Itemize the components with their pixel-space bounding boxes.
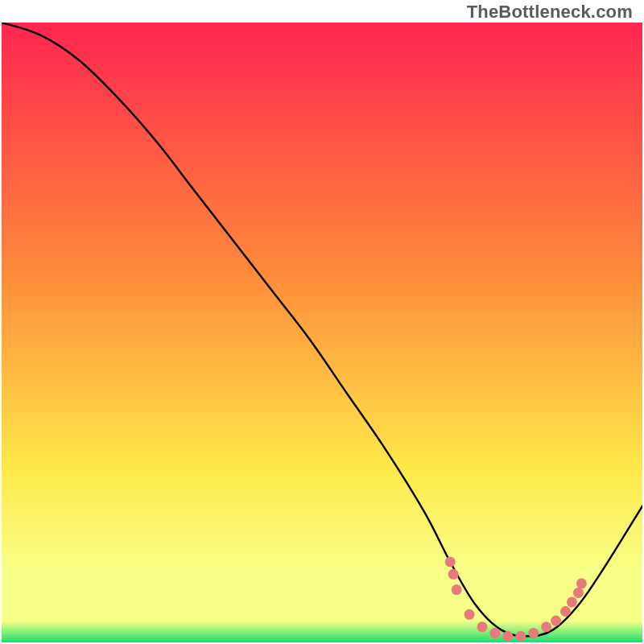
salmon-dot	[576, 578, 587, 588]
chart-svg	[2, 23, 642, 642]
plot-area	[2, 23, 642, 642]
salmon-dot	[560, 606, 571, 617]
watermark-text: TheBottleneck.com	[467, 2, 633, 23]
salmon-dot	[567, 597, 577, 607]
salmon-dot	[515, 631, 526, 642]
chart-container: TheBottleneck.com	[0, 0, 644, 644]
salmon-dot	[489, 628, 500, 638]
salmon-dot	[448, 569, 459, 580]
salmon-dot	[477, 621, 488, 632]
salmon-dot	[573, 588, 584, 598]
salmon-dot	[541, 621, 551, 632]
salmon-dot	[502, 631, 513, 642]
salmon-dot	[528, 628, 539, 638]
salmon-dot	[551, 616, 561, 626]
salmon-dot	[445, 556, 456, 567]
salmon-dot	[452, 584, 462, 595]
salmon-dot	[464, 609, 475, 620]
gradient-background	[2, 23, 642, 642]
